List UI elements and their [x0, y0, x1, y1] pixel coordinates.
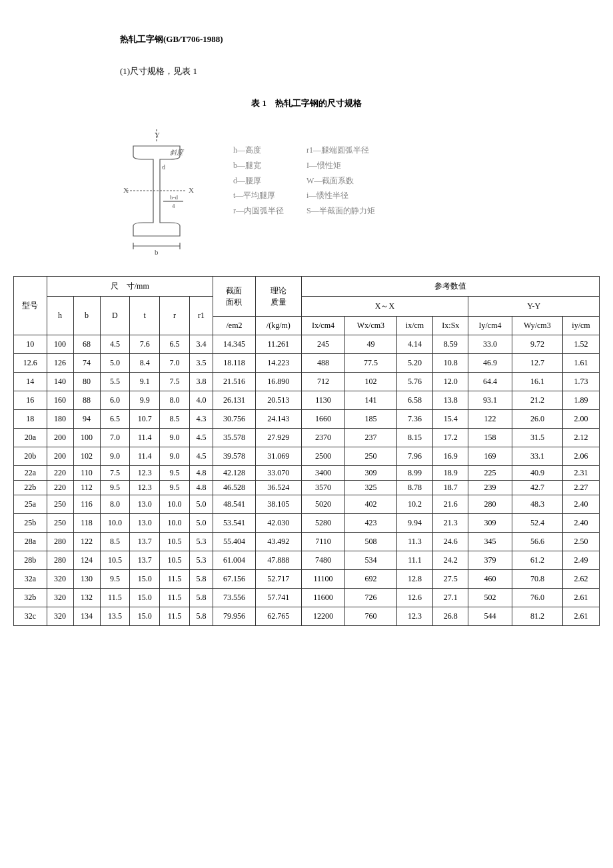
cell-mass: 52.717 — [255, 570, 301, 589]
cell-sx: 27.5 — [433, 570, 468, 589]
legend-item: I—惯性矩 — [306, 158, 360, 173]
cell-rix: 4.14 — [396, 335, 433, 354]
cell-r1: 4.5 — [189, 447, 213, 466]
cell-wy: 56.6 — [512, 533, 562, 551]
cell-mass: 11.261 — [255, 335, 301, 354]
cell-area: 46.528 — [213, 481, 255, 495]
cell-h: 100 — [47, 335, 73, 354]
cell-b: 68 — [73, 335, 100, 354]
col-ref-group: 参考数值 — [301, 277, 599, 297]
cell-model: 28a — [14, 533, 47, 551]
cell-iy: 345 — [468, 533, 512, 551]
legend-item: d—腰厚 — [233, 173, 287, 189]
col-xx-group: X～X — [301, 297, 468, 317]
cell-model: 22a — [14, 466, 47, 481]
col-wy: Wy/cm3 — [512, 317, 562, 335]
cell-rix: 12.8 — [396, 570, 433, 589]
cell-h: 280 — [47, 551, 73, 570]
cell-r1: 5.8 — [189, 589, 213, 607]
cell-h: 320 — [47, 570, 73, 589]
cell-area: 79.956 — [213, 607, 255, 626]
cell-b: 116 — [73, 495, 100, 514]
cell-model: 16 — [14, 391, 47, 410]
cell-ix: 2370 — [301, 429, 345, 447]
table-row: 20a2001007.011.49.04.535.57827.929237023… — [14, 429, 600, 447]
col-h: h — [47, 297, 73, 335]
cell-ix: 12200 — [301, 607, 345, 626]
svg-text:4: 4 — [172, 203, 175, 209]
cell-riy: 2.61 — [562, 607, 599, 626]
cell-iy: 46.9 — [468, 354, 512, 373]
cell-wx: 185 — [345, 410, 396, 429]
cell-wx: 534 — [345, 551, 396, 570]
cell-model: 25b — [14, 514, 47, 533]
cell-sx: 21.3 — [433, 514, 468, 533]
cell-sx: 17.2 — [433, 429, 468, 447]
cell-wy: 76.0 — [512, 589, 562, 607]
cell-b: 88 — [73, 391, 100, 410]
cell-h: 250 — [47, 514, 73, 533]
cell-wx: 309 — [345, 466, 396, 481]
cell-ix: 488 — [301, 354, 345, 373]
cell-model: 14 — [14, 373, 47, 391]
cell-mass: 16.890 — [255, 373, 301, 391]
cell-riy: 1.52 — [562, 335, 599, 354]
cell-t: 10.7 — [130, 410, 160, 429]
cell-t: 9.9 — [130, 391, 160, 410]
cell-area: 48.541 — [213, 495, 255, 514]
cell-iy: 225 — [468, 466, 512, 481]
cell-h: 200 — [47, 447, 73, 466]
cell-wx: 760 — [345, 607, 396, 626]
legend-item: b—腿宽 — [233, 158, 287, 173]
col-riy: iy/cm — [562, 317, 599, 335]
cell-ix: 1660 — [301, 410, 345, 429]
cell-wy: 21.2 — [512, 391, 562, 410]
table-row: 25b25011810.013.010.05.053.54142.0305280… — [14, 514, 600, 533]
table-row: 28a2801228.513.710.55.355.40443.49271105… — [14, 533, 600, 551]
col-rix: ix/cm — [396, 317, 433, 335]
svg-text:b-d: b-d — [170, 194, 178, 201]
table-body: 10100684.57.66.53.414.34511.261245494.14… — [14, 335, 600, 626]
cell-wy: 48.3 — [512, 495, 562, 514]
cell-r1: 5.8 — [189, 607, 213, 626]
cell-mass: 27.929 — [255, 429, 301, 447]
cell-wy: 40.9 — [512, 466, 562, 481]
legend-item: S—半截面的静力矩 — [306, 203, 375, 219]
cell-b: 74 — [73, 354, 100, 373]
cell-t: 13.0 — [130, 495, 160, 514]
col-r1: r1 — [189, 297, 213, 335]
cell-h: 320 — [47, 607, 73, 626]
cell-iy: 309 — [468, 514, 512, 533]
cell-r1: 5.8 — [189, 570, 213, 589]
cell-model: 18 — [14, 410, 47, 429]
cell-b: 94 — [73, 410, 100, 429]
cell-model: 22b — [14, 481, 47, 495]
cell-mass: 38.105 — [255, 495, 301, 514]
cell-h: 126 — [47, 354, 73, 373]
cell-model: 25a — [14, 495, 47, 514]
cell-b: 130 — [73, 570, 100, 589]
cell-area: 21.516 — [213, 373, 255, 391]
cell-d: 5.5 — [100, 373, 130, 391]
cell-sx: 13.8 — [433, 391, 468, 410]
cell-model: 20b — [14, 447, 47, 466]
cell-riy: 2.31 — [562, 466, 599, 481]
cell-r1: 4.5 — [189, 429, 213, 447]
cell-b: 132 — [73, 589, 100, 607]
legend-item: i—惯性半径 — [306, 188, 360, 203]
cell-r1: 3.4 — [189, 335, 213, 354]
cell-ix: 3400 — [301, 466, 345, 481]
cell-iy: 239 — [468, 481, 512, 495]
cell-t: 7.6 — [130, 335, 160, 354]
cell-ix: 11100 — [301, 570, 345, 589]
cell-b: 112 — [73, 481, 100, 495]
col-ix: Ix/cm4 — [301, 317, 345, 335]
cell-r: 10.0 — [160, 514, 190, 533]
cell-h: 200 — [47, 429, 73, 447]
cell-wx: 141 — [345, 391, 396, 410]
cell-area: 30.756 — [213, 410, 255, 429]
cell-model: 32b — [14, 589, 47, 607]
table-row: 32c32013413.515.011.55.879.95662.7651220… — [14, 607, 600, 626]
legend-item: r—内圆弧半径 — [233, 203, 287, 219]
cell-rix: 8.78 — [396, 481, 433, 495]
